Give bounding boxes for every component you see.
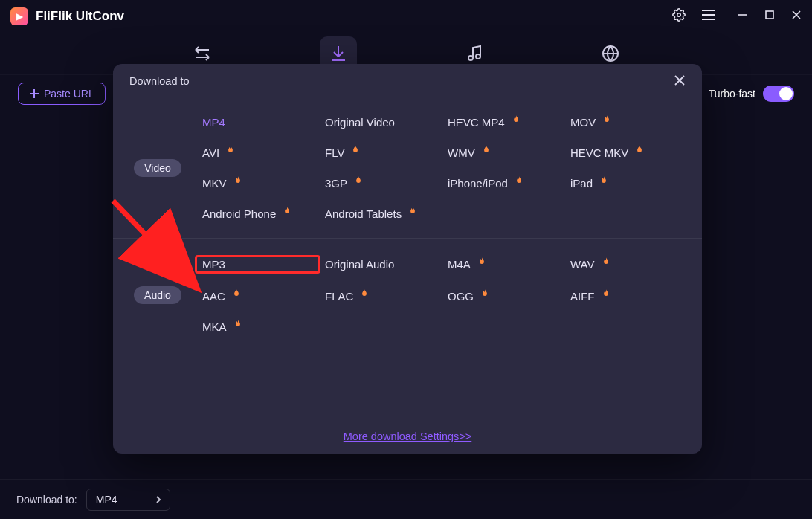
download-format-select[interactable]: MP4 — [86, 489, 170, 511]
format-option-label: OGG — [448, 290, 474, 303]
flame-icon — [477, 257, 487, 267]
format-option-mp3[interactable]: MP3 — [196, 257, 319, 272]
flame-icon — [350, 145, 361, 155]
format-option-label: M4A — [448, 258, 471, 271]
bottombar: Download to: MP4 — [0, 479, 812, 519]
format-option-wav[interactable]: WAV — [570, 257, 687, 272]
format-option-label: iPhone/iPod — [448, 177, 508, 190]
format-option-mp4[interactable]: MP4 — [202, 116, 319, 129]
format-option-label: 3GP — [325, 177, 347, 190]
flame-icon — [601, 257, 611, 267]
format-option-label: FLAC — [325, 290, 353, 303]
flame-icon — [231, 288, 242, 299]
flame-icon — [359, 288, 370, 299]
app-title: FliFlik UltConv — [36, 9, 124, 24]
format-option-label: MP4 — [202, 116, 225, 129]
flame-icon — [407, 206, 418, 216]
more-download-settings-link[interactable]: More download Settings>> — [344, 431, 472, 442]
format-option-label: MKV — [202, 177, 227, 190]
flame-icon — [514, 175, 524, 186]
format-option-original-audio[interactable]: Original Audio — [325, 257, 442, 272]
format-option-label: AIFF — [570, 290, 595, 303]
section-label: Audio — [113, 257, 202, 333]
format-option-mov[interactable]: MOV — [570, 116, 687, 129]
turbo-toggle[interactable] — [763, 86, 794, 102]
menu-icon[interactable] — [702, 10, 715, 23]
section-chip-audio: Audio — [134, 286, 181, 304]
svg-point-9 — [476, 54, 480, 59]
format-option-ogg[interactable]: OGG — [448, 290, 564, 303]
format-option-avi[interactable]: AVI — [202, 146, 319, 159]
format-option-label: AAC — [202, 290, 225, 303]
format-option-label: Android Phone — [202, 207, 276, 220]
flame-icon — [602, 115, 612, 125]
flame-icon — [599, 175, 609, 186]
download-to-modal: Download to VideoMP4Original VideoHEVC M… — [113, 64, 702, 454]
format-option-3gp[interactable]: 3GP — [325, 177, 442, 190]
download-to-label: Download to: — [16, 494, 77, 506]
more-settings-row: More download Settings>> — [113, 430, 702, 443]
format-option-label: HEVC MKV — [570, 146, 628, 159]
paste-url-button[interactable]: Paste URL — [18, 83, 106, 105]
format-option-aac[interactable]: AAC — [202, 290, 319, 303]
settings-gear-icon[interactable] — [672, 8, 686, 25]
window-close-icon[interactable] — [791, 10, 802, 23]
format-option-label: Original Video — [325, 116, 395, 129]
format-option-iphone-ipod[interactable]: iPhone/iPod — [448, 177, 564, 190]
format-option-label: MOV — [570, 116, 596, 129]
turbo-label: Turbo-fast — [709, 88, 755, 100]
format-option-label: WMV — [448, 146, 475, 159]
paste-url-label: Paste URL — [44, 88, 94, 100]
app-logo: ▶ — [10, 7, 28, 25]
section-label: Video — [113, 116, 202, 220]
format-option-flv[interactable]: FLV — [325, 146, 442, 159]
format-option-original-video[interactable]: Original Video — [325, 116, 442, 129]
modal-header: Download to — [113, 64, 702, 98]
flame-icon — [353, 175, 364, 186]
modal-title: Download to — [129, 75, 190, 87]
flame-icon — [481, 145, 492, 155]
flame-icon — [480, 288, 490, 299]
format-option-label: iPad — [570, 177, 593, 190]
format-option-hevc-mp4[interactable]: HEVC MP4 — [448, 116, 564, 129]
format-option-label: FLV — [325, 146, 344, 159]
window-minimize-icon[interactable] — [738, 10, 748, 23]
format-option-label: AVI — [202, 146, 219, 159]
turbo-toggle-group: Turbo-fast — [709, 86, 794, 102]
titlebar: ▶ FliFlik UltConv — [0, 0, 812, 33]
format-section-video: VideoMP4Original VideoHEVC MP4MOVAVIFLVW… — [113, 98, 702, 238]
format-grid: MP3Original AudioM4AWAVAACFLACOGGAIFFMKA — [202, 257, 702, 333]
format-option-m4a[interactable]: M4A — [448, 257, 564, 272]
svg-point-0 — [677, 13, 681, 17]
format-option-mka[interactable]: MKA — [202, 320, 319, 333]
section-chip-video: Video — [134, 159, 181, 177]
flame-icon — [282, 206, 292, 216]
play-icon: ▶ — [16, 11, 23, 22]
flame-icon — [233, 175, 243, 186]
format-option-label: HEVC MP4 — [448, 116, 505, 129]
format-option-wmv[interactable]: WMV — [448, 146, 564, 159]
format-option-android-tablets[interactable]: Android Tablets — [325, 207, 442, 220]
format-option-ipad[interactable]: iPad — [570, 177, 687, 190]
format-option-label: Original Audio — [325, 258, 394, 271]
flame-icon — [634, 145, 645, 155]
format-option-flac[interactable]: FLAC — [325, 290, 442, 303]
flame-icon — [511, 115, 521, 125]
flame-icon — [601, 288, 611, 299]
modal-body: VideoMP4Original VideoHEVC MP4MOVAVIFLVW… — [113, 98, 702, 416]
format-option-aiff[interactable]: AIFF — [570, 290, 687, 303]
format-option-mkv[interactable]: MKV — [202, 177, 319, 190]
window-maximize-icon[interactable] — [764, 10, 775, 23]
format-option-label: MKA — [202, 320, 227, 333]
flame-icon — [225, 145, 236, 155]
flame-icon — [233, 319, 243, 329]
format-option-label: Android Tablets — [325, 207, 402, 220]
format-option-android-phone[interactable]: Android Phone — [202, 207, 319, 220]
format-option-label: WAV — [570, 258, 595, 271]
format-section-audio: AudioMP3Original AudioM4AWAVAACFLACOGGAI… — [113, 238, 702, 351]
modal-close-button[interactable] — [674, 74, 686, 88]
svg-rect-5 — [766, 11, 773, 19]
format-option-hevc-mkv[interactable]: HEVC MKV — [570, 146, 687, 159]
download-format-value: MP4 — [96, 494, 117, 506]
svg-point-8 — [468, 56, 473, 60]
